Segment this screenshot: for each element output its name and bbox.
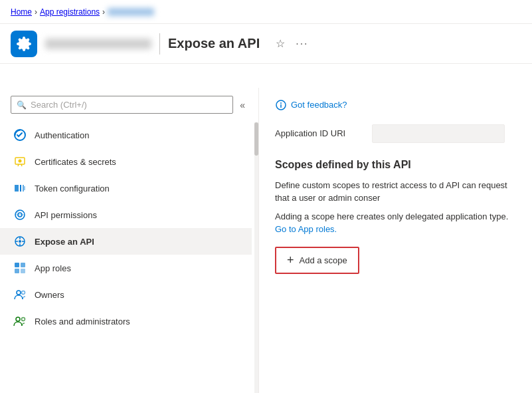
sidebar-item-roles-administrators[interactable]: Roles and administrators	[0, 308, 252, 334]
certificates-icon	[13, 155, 27, 168]
sidebar-item-expose-api-label: Expose an API	[35, 237, 94, 247]
svg-point-25	[16, 317, 20, 321]
pin-button[interactable]: ☆	[273, 35, 288, 53]
svg-line-5	[21, 164, 22, 166]
breadcrumb: Home › App registrations ›	[0, 0, 532, 24]
sidebar-item-certificates-label: Certificates & secrets	[35, 157, 116, 167]
more-options-button[interactable]: ···	[293, 35, 311, 53]
app-id-uri-row: Application ID URI	[275, 124, 516, 143]
svg-rect-7	[20, 185, 21, 192]
svg-point-26	[22, 318, 25, 321]
svg-point-23	[17, 291, 21, 295]
breadcrumb-sep2: ›	[102, 7, 105, 17]
breadcrumb-app-registrations[interactable]: App registrations	[40, 7, 100, 17]
add-scope-plus-icon: +	[287, 253, 294, 267]
page-header: Expose an API ☆ ···	[0, 24, 532, 64]
feedback-bar: Got feedback?	[275, 98, 516, 111]
svg-rect-9	[24, 186, 25, 190]
expose-api-icon	[13, 235, 27, 248]
gear-icon	[16, 36, 32, 52]
sidebar-item-app-roles-label: App roles	[35, 263, 71, 273]
svg-rect-20	[21, 263, 25, 267]
sidebar-item-token-label: Token configuration	[35, 184, 110, 194]
authentication-icon	[13, 128, 27, 142]
header-actions: ☆ ···	[273, 35, 311, 53]
sidebar-item-app-roles[interactable]: App roles	[0, 255, 252, 281]
sidebar-item-authentication[interactable]: Authentication	[0, 122, 252, 148]
svg-rect-8	[23, 185, 24, 192]
app-id-uri-value	[372, 124, 505, 143]
scopes-desc1: Define custom scopes to restrict access …	[275, 179, 516, 205]
scrollbar-track[interactable]	[254, 122, 258, 393]
svg-point-14	[19, 240, 21, 243]
owners-icon	[13, 288, 27, 301]
scopes-title: Scopes defined by this API	[275, 159, 516, 171]
sidebar-item-token-configuration[interactable]: Token configuration	[0, 175, 252, 201]
search-placeholder: Search (Ctrl+/)	[31, 100, 87, 110]
feedback-label[interactable]: Got feedback?	[291, 100, 347, 110]
feedback-icon	[275, 98, 287, 111]
api-permissions-icon	[13, 208, 27, 221]
scrollbar-thumb	[254, 122, 258, 156]
token-icon	[13, 182, 27, 195]
go-to-app-roles-link[interactable]: Go to App roles.	[275, 224, 337, 234]
sidebar-item-api-permissions-label: API permissions	[35, 210, 97, 220]
svg-point-3	[19, 160, 22, 163]
sidebar-item-roles-administrators-label: Roles and administrators	[35, 317, 130, 327]
svg-rect-6	[15, 185, 19, 192]
scopes-section: Scopes defined by this API Define custom…	[275, 159, 516, 274]
svg-rect-21	[15, 269, 19, 273]
sidebar-item-owners-label: Owners	[35, 290, 64, 300]
sidebar-item-owners[interactable]: Owners	[0, 281, 252, 308]
sidebar-item-expose-api[interactable]: Expose an API	[0, 228, 252, 255]
scopes-desc2: Adding a scope here creates only delegat…	[275, 210, 516, 236]
breadcrumb-sep1: ›	[35, 7, 37, 17]
app-id-uri-label: Application ID URI	[275, 128, 361, 138]
search-box[interactable]: 🔍 Search (Ctrl+/)	[11, 96, 233, 114]
header-divider	[159, 33, 160, 55]
breadcrumb-current-blurred	[108, 8, 154, 16]
search-icon: 🔍	[17, 100, 27, 110]
sidebar-item-authentication-label: Authentication	[35, 130, 89, 140]
sidebar-item-api-permissions[interactable]: API permissions	[0, 201, 252, 228]
roles-admin-icon	[13, 315, 27, 328]
svg-line-4	[18, 164, 19, 166]
main-content: Got feedback? Application ID URI Scopes …	[259, 88, 532, 393]
sidebar-nav: Authentication Certificates & secrets	[0, 119, 258, 393]
app-icon	[11, 31, 37, 57]
svg-rect-19	[15, 263, 19, 267]
app-layout: 🔍 Search (Ctrl+/) « Authentication	[0, 88, 532, 393]
svg-point-28	[280, 102, 282, 104]
add-scope-button[interactable]: + Add a scope	[275, 247, 359, 274]
header-app-name-blurred	[45, 39, 151, 49]
add-scope-label: Add a scope	[300, 255, 347, 265]
svg-point-24	[22, 291, 25, 295]
svg-rect-22	[21, 269, 25, 273]
breadcrumb-home[interactable]: Home	[11, 7, 32, 17]
sidebar-search-area: 🔍 Search (Ctrl+/) «	[0, 88, 258, 119]
page-title: Expose an API	[168, 36, 260, 51]
sidebar: 🔍 Search (Ctrl+/) « Authentication	[0, 88, 259, 393]
collapse-sidebar-button[interactable]: «	[237, 97, 248, 113]
sidebar-item-certificates[interactable]: Certificates & secrets	[0, 148, 252, 175]
app-roles-icon	[13, 261, 27, 275]
